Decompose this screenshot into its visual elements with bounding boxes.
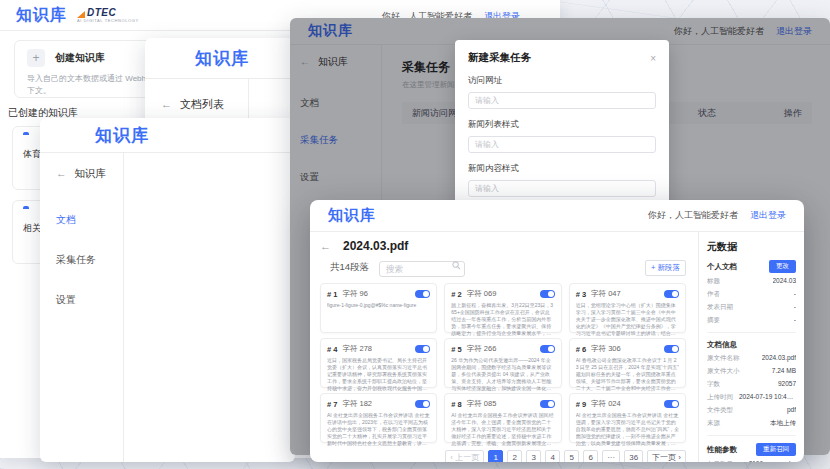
- logo-triangle-icon: [77, 11, 85, 18]
- page-numbers: 123456: [488, 450, 598, 462]
- paragraph-char-count: 字符 278: [342, 344, 372, 354]
- meta-value: pdf: [787, 406, 796, 415]
- close-icon[interactable]: ×: [650, 53, 656, 64]
- meta-row: 字数92057: [707, 380, 796, 389]
- paragraph-text: AI 春电改公司全面深化改革工作会议于 1 月 23 日至 25 日在京召开，2…: [576, 357, 679, 392]
- toggle-switch[interactable]: [664, 290, 679, 298]
- meta-value: 2196paragraphs: [749, 460, 796, 462]
- page-button[interactable]: 4: [545, 450, 560, 462]
- paragraph-index: # 8: [451, 400, 461, 409]
- plus-icon: +: [27, 49, 45, 67]
- window-doc-detail: 知识库 你好，人工智能爱好者 退出登录 ← 2024.03.pdf 共14段落: [310, 200, 804, 462]
- sidebar-item-collect[interactable]: 采集任务: [56, 253, 123, 267]
- paragraph-text: 26 华为作为公司代表受邀出席——2024 年全国两会期间，围绕数字经济与高质量…: [451, 357, 554, 392]
- app-logo: 知识库: [328, 206, 376, 225]
- meta-value: 2024.03: [773, 277, 797, 286]
- paragraph-index: # 5: [451, 345, 461, 354]
- meta-label: 发表日期: [707, 303, 733, 312]
- page-button[interactable]: 3: [526, 450, 541, 462]
- dtec-logo: DTEC AI DIGITAL TECHNOLOGY: [77, 8, 139, 23]
- back-icon[interactable]: ←: [320, 240, 331, 252]
- back-icon[interactable]: ←: [161, 98, 172, 110]
- sidebar-item-settings[interactable]: 设置: [56, 293, 123, 307]
- meta-label: 来源: [707, 419, 720, 428]
- metadata-section: 性能参数 重新召回 向量数量2196paragraphs训练进度292.08% …: [707, 443, 796, 462]
- paragraph-char-count: 字符 085: [467, 399, 497, 409]
- paragraph-index: # 3: [576, 290, 586, 299]
- toggle-switch[interactable]: [664, 400, 679, 408]
- logout-link[interactable]: 退出登录: [750, 209, 786, 222]
- kb-nav-sidebar: ←知识库 文档 采集任务 设置: [40, 153, 124, 462]
- kb-nav-back-label[interactable]: 知识库: [75, 167, 107, 179]
- section-rows: 标题2024.03作者-发表日期-摘要-: [707, 277, 796, 325]
- meta-label: 原文件大小: [707, 367, 740, 376]
- kb-nav-header: 知识库: [40, 118, 295, 153]
- next-page-button[interactable]: 下一页 ›: [647, 450, 686, 462]
- url-field[interactable]: [468, 92, 656, 109]
- add-paragraph-button[interactable]: + 新段落: [645, 260, 686, 276]
- section-action-button[interactable]: 重新召回: [756, 443, 796, 456]
- paragraph-index: # 9: [576, 400, 586, 409]
- meta-label: 标题: [707, 277, 720, 286]
- section-title: 个人文档: [707, 262, 737, 272]
- pagination: ‹ 上一页 123456 ··· 36 下一页 ›: [320, 450, 686, 462]
- ellipsis-button[interactable]: ···: [602, 450, 620, 462]
- meta-label: 上传时间: [707, 393, 733, 402]
- paragraph-text: 近日，国家税务总局党委书记、局长主持召开党委（扩大）会议，认真贯彻落实习近平总书…: [327, 357, 430, 392]
- meta-row: 来源本地上传: [707, 419, 796, 428]
- list-style-field[interactable]: [468, 136, 656, 153]
- section-rows: 向量数量2196paragraphs训练进度292.08% (23:48)嵌入时…: [707, 460, 796, 462]
- page-button[interactable]: 2: [507, 450, 522, 462]
- meta-value: 本地上传: [770, 419, 796, 428]
- user-area: 你好，人工智能爱好者 退出登录: [648, 209, 786, 222]
- meta-value: -: [794, 316, 796, 325]
- paragraph-card: # 1 字符 96 figure-1-figure-0.jpg@#$%c nam…: [320, 283, 437, 333]
- meta-row: 作者-: [707, 290, 796, 299]
- page-button[interactable]: 1: [488, 450, 503, 462]
- toggle-switch[interactable]: [415, 345, 430, 353]
- meta-row: 向量数量2196paragraphs: [707, 460, 796, 462]
- meta-value: -: [794, 290, 796, 299]
- paragraph-text: 踏上新征程，奋楫再出发。3月22日至23日，365+全国国防科技工作会议在京召开…: [451, 302, 554, 337]
- section-title: 文档信息: [707, 340, 737, 350]
- chunk-grid: # 1 字符 96 figure-1-figure-0.jpg@#$%c nam…: [320, 283, 686, 443]
- divider: [707, 435, 796, 436]
- desktop: 知识库 DTEC AI DIGITAL TECHNOLOGY 你好，人工智能爱好…: [0, 0, 830, 469]
- paragraph-char-count: 字符 182: [342, 399, 372, 409]
- app-logo: 知识库: [16, 5, 67, 26]
- toggle-switch[interactable]: [664, 345, 679, 353]
- meta-value: 2024.03.pdf: [762, 354, 796, 363]
- toggle-switch[interactable]: [415, 290, 430, 298]
- page-button[interactable]: 6: [583, 450, 598, 462]
- toggle-switch[interactable]: [415, 400, 430, 408]
- doc-list-back-label[interactable]: 文档列表: [180, 98, 224, 110]
- doc-detail-main: ← 2024.03.pdf 共14段落 + 新段落 # 1 字符 96 figu…: [310, 232, 698, 462]
- back-icon[interactable]: ←: [56, 167, 67, 179]
- sidebar-item-docs[interactable]: 文档: [56, 213, 123, 227]
- paragraph-card: # 8 字符 085 AI 金社龙出席全国税务工作会议并讲话 国民经济今年工作。…: [444, 393, 561, 443]
- toggle-switch[interactable]: [540, 400, 555, 408]
- last-page-button[interactable]: 36: [624, 450, 643, 462]
- section-action-button[interactable]: 更改: [769, 260, 796, 273]
- meta-label: 摘要: [707, 316, 720, 325]
- content-style-field[interactable]: [468, 180, 656, 197]
- paragraph-text: figure-1-figure-0.jpg@#$%c name-figure: [327, 302, 430, 309]
- paragraph-index: # 1: [327, 290, 337, 299]
- page-button[interactable]: 5: [564, 450, 579, 462]
- toggle-switch[interactable]: [540, 290, 555, 298]
- paragraph-text: 近日，党组理论学习中心组（扩大）围绕集体学习，深入学习贯彻二十届三中全会《中共中…: [576, 302, 679, 337]
- prev-page-button[interactable]: ‹ 上一页: [445, 450, 484, 462]
- paragraph-card: # 2 字符 069 踏上新征程，奋楫再出发。3月22日至23日，365+全国国…: [444, 283, 561, 333]
- paragraph-char-count: 字符 069: [467, 289, 497, 299]
- paragraph-char-count: 字符 306: [591, 344, 621, 354]
- app-logo: 知识库: [195, 47, 249, 70]
- paragraph-text: AI 金社龙出席全国税务工作会议并讲话 金社龙在讲话中指出，2023年，在以习近…: [327, 412, 430, 447]
- paragraph-char-count: 字符 266: [467, 344, 497, 354]
- divider: [707, 332, 796, 333]
- meta-label: 作者: [707, 290, 720, 299]
- field-label-url: 访问网址: [468, 75, 656, 87]
- toggle-switch[interactable]: [540, 345, 555, 353]
- paragraph-index: # 6: [576, 345, 586, 354]
- meta-value: 7.24 MB: [772, 367, 796, 376]
- meta-value: 2024-07-19 10:46:26: [739, 393, 796, 402]
